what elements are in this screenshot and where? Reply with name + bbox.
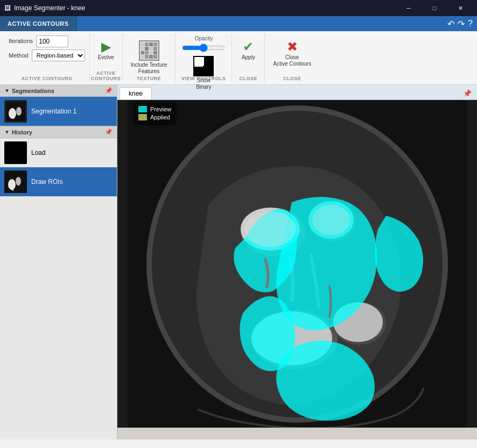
tab-pin-icon[interactable]: 📌 xyxy=(460,87,475,99)
toolbar-group-view-controls: Opacity Show Binary VIEW CONTROLS xyxy=(176,33,232,82)
segmentations-arrow: ▼ xyxy=(4,88,10,94)
title-bar-controls: ─ □ ✕ xyxy=(396,0,473,16)
segmentation-thumbnail-svg xyxy=(6,102,25,121)
legend-applied-item: Applied xyxy=(138,114,171,120)
binary-icon xyxy=(193,56,214,76)
toolbar-group-texture: Include Texture Features TEXTURE xyxy=(123,33,176,82)
svg-rect-4 xyxy=(4,170,27,193)
history-list: Load Draw ROIs xyxy=(0,138,117,196)
toolbar-forward-button[interactable]: ↷ xyxy=(458,19,465,29)
segmentations-section: ▼ Segmentations 📌 Segmentation 1 xyxy=(0,85,117,126)
evolve-group-label: ACTIVE CONTOURS xyxy=(90,70,122,81)
apply-check-icon: ✔ xyxy=(243,40,254,53)
opacity-slider[interactable] xyxy=(182,44,225,52)
legend-applied-color xyxy=(138,114,147,120)
history-name-1: Draw ROIs xyxy=(31,178,63,186)
close-group-label: CLOSE xyxy=(232,76,264,81)
segmentations-label: Segmentations xyxy=(12,88,54,94)
apply-button[interactable]: ✔ Apply xyxy=(236,38,260,63)
svg-point-6 xyxy=(16,177,21,186)
close-active-contours-button[interactable]: ✖ Close Active Contours xyxy=(269,38,315,70)
history-pin-icon[interactable]: 📌 xyxy=(105,129,113,136)
segmentation-item-0[interactable]: Segmentation 1 xyxy=(0,97,117,126)
view-tab-knee[interactable]: knee xyxy=(120,87,152,99)
legend-preview-color xyxy=(138,106,147,112)
iterations-row: Iterations xyxy=(9,35,68,47)
method-select[interactable]: Region-based Edge-based xyxy=(32,49,85,61)
mri-svg xyxy=(128,100,467,428)
history-thumb-0 xyxy=(4,141,27,164)
toolbar: Iterations Method Region-based Edge-base… xyxy=(0,31,477,85)
history-thumbnail-svg xyxy=(4,170,27,193)
segmentation-name-0: Segmentation 1 xyxy=(31,108,76,115)
show-binary-button[interactable]: Show Binary xyxy=(190,53,218,93)
close-button[interactable]: ✕ xyxy=(448,0,473,16)
history-header[interactable]: ▼ History 📌 xyxy=(0,126,117,138)
history-section: ▼ History 📌 Load xyxy=(0,126,117,196)
close-label: Close Active Contours xyxy=(273,54,311,67)
history-arrow: ▼ xyxy=(4,129,10,135)
history-item-1[interactable]: Draw ROIs xyxy=(0,167,117,196)
minimize-button[interactable]: ─ xyxy=(396,0,421,16)
history-thumb-1 xyxy=(4,170,27,193)
title-bar-left: 🖼 Image Segmenter - knee xyxy=(4,4,85,12)
legend-applied-label: Applied xyxy=(150,114,170,120)
toolbar-group-evolve: ▶ Evolve ACTIVE CONTOURS xyxy=(90,33,123,82)
legend-preview-label: Preview xyxy=(150,106,171,112)
iterations-input[interactable] xyxy=(36,35,68,47)
status-bar xyxy=(117,428,477,439)
toolbar-group-apply: ✔ Apply CLOSE xyxy=(232,33,265,82)
main-view: knee 📌 xyxy=(117,85,477,439)
view-controls-group-label: VIEW CONTROLS xyxy=(176,76,232,81)
maximize-button[interactable]: □ xyxy=(422,0,447,16)
method-label: Method xyxy=(9,52,29,59)
title-bar: 🖼 Image Segmenter - knee ─ □ ✕ xyxy=(0,0,477,16)
close-icon: ✖ xyxy=(287,40,298,53)
evolve-label: Evolve xyxy=(98,54,114,61)
texture-icon xyxy=(139,40,159,61)
ribbon-tab-active-contours[interactable]: ACTIVE CONTOURS xyxy=(0,16,77,31)
tab-bar: knee 📌 xyxy=(117,85,477,100)
svg-point-2 xyxy=(16,107,22,116)
svg-point-5 xyxy=(8,179,16,190)
history-name-0: Load xyxy=(31,149,46,157)
iterations-label: Iterations xyxy=(9,38,33,44)
segmentations-pin-icon[interactable]: 📌 xyxy=(105,87,113,94)
segmentation-thumb-0 xyxy=(4,100,27,123)
method-row: Method Region-based Edge-based xyxy=(9,49,85,61)
toolbar-group-active-contours: Iterations Method Region-based Edge-base… xyxy=(4,33,90,82)
active-contours-group-label: ACTIVE CONTOURS xyxy=(4,76,89,81)
app-icon: 🖼 xyxy=(4,4,11,12)
texture-label: Include Texture Features xyxy=(131,62,167,75)
legend-preview-item: Preview xyxy=(138,106,171,112)
close-active-contours-group-label: CLOSE xyxy=(265,76,319,81)
texture-group-label: TEXTURE xyxy=(123,76,176,81)
apply-label: Apply xyxy=(242,54,255,61)
left-panel: ▼ Segmentations 📌 Segmentation 1 xyxy=(0,85,117,439)
evolve-button[interactable]: ▶ Evolve xyxy=(94,38,118,63)
svg-point-20 xyxy=(312,205,350,235)
main-layout: ▼ Segmentations 📌 Segmentation 1 xyxy=(0,85,477,439)
segmentation-list: Segmentation 1 xyxy=(0,97,117,126)
evolve-icon: ▶ xyxy=(101,40,111,53)
segmentations-header[interactable]: ▼ Segmentations 📌 xyxy=(0,85,117,97)
texture-button[interactable]: Include Texture Features xyxy=(127,38,171,77)
opacity-title: Opacity xyxy=(194,35,213,41)
toolbar-group-close: ✖ Close Active Contours CLOSE xyxy=(265,33,319,82)
ribbon: ACTIVE CONTOURS ↶ ↷ ? xyxy=(0,16,477,31)
svg-point-19 xyxy=(244,211,296,247)
legend: Preview Applied xyxy=(133,103,177,125)
toolbar-back-button[interactable]: ↶ xyxy=(447,19,454,29)
history-item-0[interactable]: Load xyxy=(0,138,117,167)
image-area: Preview Applied xyxy=(117,100,477,428)
mri-container: Preview Applied xyxy=(128,100,467,428)
app-title: Image Segmenter - knee xyxy=(14,4,85,12)
history-label: History xyxy=(12,129,32,136)
toolbar-help-button[interactable]: ? xyxy=(468,19,473,29)
